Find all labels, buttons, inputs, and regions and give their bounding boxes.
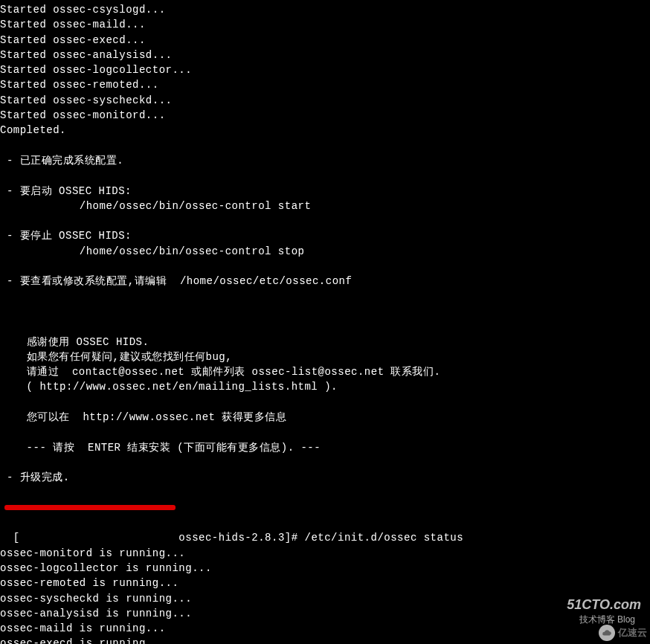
redaction-mark [4, 505, 176, 510]
terminal-output: Started ossec-csyslogd...Started ossec-m… [0, 2, 650, 500]
prompt-hidden-host: root@fql-hids-slave-105 [20, 532, 173, 544]
status-line: ossec-maild is running... [0, 621, 650, 636]
cloud-icon [599, 625, 615, 641]
terminal-line: Started ossec-monitord... [0, 108, 650, 123]
prompt-command: ossec-hids-2.8.3]# /etc/init.d/ossec sta… [172, 532, 463, 544]
terminal-line [0, 425, 650, 439]
terminal-line [0, 395, 650, 410]
status-line: ossec-analysisd is running... [0, 606, 650, 621]
status-line: ossec-remoted is running... [0, 576, 650, 590]
terminal-line: /home/ossec/bin/ossec-control start [0, 199, 650, 213]
terminal-line: --- 请按 ENTER 结束安装 (下面可能有更多信息). --- [0, 440, 650, 455]
terminal-line [0, 213, 650, 228]
terminal-line [0, 259, 650, 274]
status-line: ossec-execd is running... [0, 636, 650, 644]
watermark-yisu-text: 亿速云 [618, 626, 647, 640]
terminal-line: ( http://www.ossec.net/en/mailing_lists.… [0, 379, 650, 394]
shell-prompt-line[interactable]: [root@fql-hids-slave-105 ossec-hids-2.8.… [0, 500, 463, 546]
terminal-line: - 要启动 OSSEC HIDS: [0, 184, 650, 199]
terminal-line: Started ossec-maild... [0, 17, 650, 32]
terminal-line: Started ossec-syscheckd... [0, 93, 650, 108]
terminal-line: 如果您有任何疑问,建议或您找到任何bug, [0, 350, 650, 364]
terminal-line: Started ossec-remoted... [0, 77, 650, 92]
terminal-line: Started ossec-execd... [0, 33, 650, 48]
terminal-line: 请通过 contact@ossec.net 或邮件列表 ossec-list@o… [0, 364, 650, 379]
terminal-line [0, 486, 650, 500]
watermark-yisu: 亿速云 [599, 625, 647, 641]
watermark-51cto-main: 51CTO.com [567, 597, 641, 612]
status-line: ossec-monitord is running... [0, 546, 650, 561]
terminal-line [0, 304, 650, 319]
terminal-line [0, 289, 650, 304]
terminal-line: 您可以在 http://www.ossec.net 获得更多信息 [0, 410, 650, 425]
prompt-open-bracket: [ [13, 532, 20, 544]
terminal-line [0, 455, 650, 470]
terminal-line [0, 319, 650, 334]
terminal-line: - 已正确完成系统配置. [0, 153, 650, 168]
status-output: ossec-monitord is running...ossec-logcol… [0, 546, 650, 644]
terminal-line [0, 138, 650, 153]
terminal-line: 感谢使用 OSSEC HIDS. [0, 335, 650, 350]
status-line: ossec-logcollector is running... [0, 561, 650, 576]
terminal-line: - 要停止 OSSEC HIDS: [0, 228, 650, 243]
terminal-line: - 升级完成. [0, 470, 650, 485]
terminal-line: Completed. [0, 123, 650, 138]
terminal-line [0, 168, 650, 183]
terminal-line: Started ossec-analysisd... [0, 48, 650, 62]
terminal-line: - 要查看或修改系统配置,请编辑 /home/ossec/etc/ossec.c… [0, 274, 650, 289]
watermark-51cto: 51CTO.com [567, 595, 641, 614]
terminal-line: Started ossec-csyslogd... [0, 2, 650, 17]
status-line: ossec-syscheckd is running... [0, 591, 650, 606]
terminal-line: Started ossec-logcollector... [0, 62, 650, 77]
terminal-line: /home/ossec/bin/ossec-control stop [0, 244, 650, 259]
